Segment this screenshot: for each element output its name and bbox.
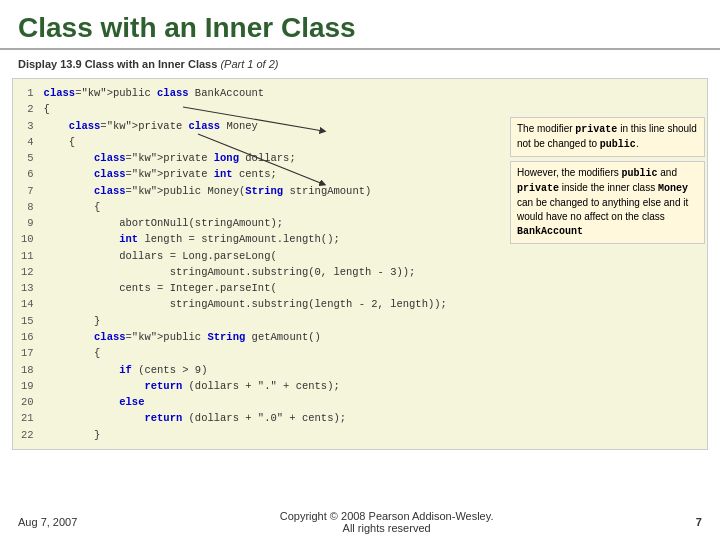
display-part-text: (Part 1 of 2)	[220, 58, 278, 70]
ann2-text: However, the modifiers public and privat…	[517, 167, 688, 236]
code-content: dollars = Long.parseLong(	[44, 248, 699, 264]
line-number: 11	[21, 248, 44, 264]
line-number: 4	[21, 134, 44, 150]
line-number: 3	[21, 118, 44, 134]
line-number: 8	[21, 199, 44, 215]
line-number: 21	[21, 410, 44, 426]
footer: Aug 7, 2007 Copyright © 2008 Pearson Add…	[0, 510, 720, 534]
code-content: {	[44, 101, 699, 117]
table-row: 18 if (cents > 9)	[21, 362, 699, 378]
line-number: 19	[21, 378, 44, 394]
line-number: 2	[21, 101, 44, 117]
line-number: 6	[21, 166, 44, 182]
table-row: 2{	[21, 101, 699, 117]
code-block: 1class="kw">public class BankAccount2{3 …	[12, 78, 708, 450]
code-content: if (cents > 9)	[44, 362, 699, 378]
footer-page: 7	[696, 516, 702, 528]
footer-copyright-line1: Copyright © 2008 Pearson Addison-Wesley.	[280, 510, 494, 522]
table-row: 22 }	[21, 427, 699, 443]
code-content: class="kw">public class BankAccount	[44, 85, 699, 101]
main-content: 1class="kw">public class BankAccount2{3 …	[0, 74, 720, 454]
display-label: Display 13.9 Class with an Inner Class (…	[0, 56, 720, 74]
display-label-bold: Display 13.9	[18, 58, 82, 70]
page-title: Class with an Inner Class	[0, 0, 720, 50]
table-row: 21 return (dollars + ".0" + cents);	[21, 410, 699, 426]
display-title-text: Class with an Inner Class	[85, 58, 218, 70]
line-number: 20	[21, 394, 44, 410]
table-row: 20 else	[21, 394, 699, 410]
annotation-1: The modifier private in this line should…	[510, 117, 705, 157]
line-number: 15	[21, 313, 44, 329]
footer-copyright-line2: All rights reserved	[280, 522, 494, 534]
table-row: 15 }	[21, 313, 699, 329]
line-number: 18	[21, 362, 44, 378]
table-row: 19 return (dollars + "." + cents);	[21, 378, 699, 394]
code-content: return (dollars + "." + cents);	[44, 378, 699, 394]
table-row: 12 stringAmount.substring(0, length - 3)…	[21, 264, 699, 280]
annotation-2: However, the modifiers public and privat…	[510, 161, 705, 244]
line-number: 9	[21, 215, 44, 231]
line-number: 10	[21, 231, 44, 247]
line-number: 14	[21, 296, 44, 312]
table-row: 11 dollars = Long.parseLong(	[21, 248, 699, 264]
line-number: 1	[21, 85, 44, 101]
table-row: 13 cents = Integer.parseInt(	[21, 280, 699, 296]
line-number: 22	[21, 427, 44, 443]
code-content: stringAmount.substring(length - 2, lengt…	[44, 296, 699, 312]
table-row: 14 stringAmount.substring(length - 2, le…	[21, 296, 699, 312]
code-content: return (dollars + ".0" + cents);	[44, 410, 699, 426]
code-content: stringAmount.substring(0, length - 3));	[44, 264, 699, 280]
line-number: 5	[21, 150, 44, 166]
line-number: 13	[21, 280, 44, 296]
line-number: 12	[21, 264, 44, 280]
line-number: 7	[21, 183, 44, 199]
code-content: {	[44, 345, 699, 361]
table-row: 1class="kw">public class BankAccount	[21, 85, 699, 101]
code-content: }	[44, 313, 699, 329]
line-number: 17	[21, 345, 44, 361]
code-content: cents = Integer.parseInt(	[44, 280, 699, 296]
line-number: 16	[21, 329, 44, 345]
ann1-text: The modifier private in this line should…	[517, 123, 697, 149]
code-content: class="kw">public String getAmount()	[44, 329, 699, 345]
table-row: 16 class="kw">public String getAmount()	[21, 329, 699, 345]
code-content: else	[44, 394, 699, 410]
code-content: }	[44, 427, 699, 443]
footer-copyright: Copyright © 2008 Pearson Addison-Wesley.…	[280, 510, 494, 534]
footer-date: Aug 7, 2007	[18, 516, 77, 528]
table-row: 17 {	[21, 345, 699, 361]
